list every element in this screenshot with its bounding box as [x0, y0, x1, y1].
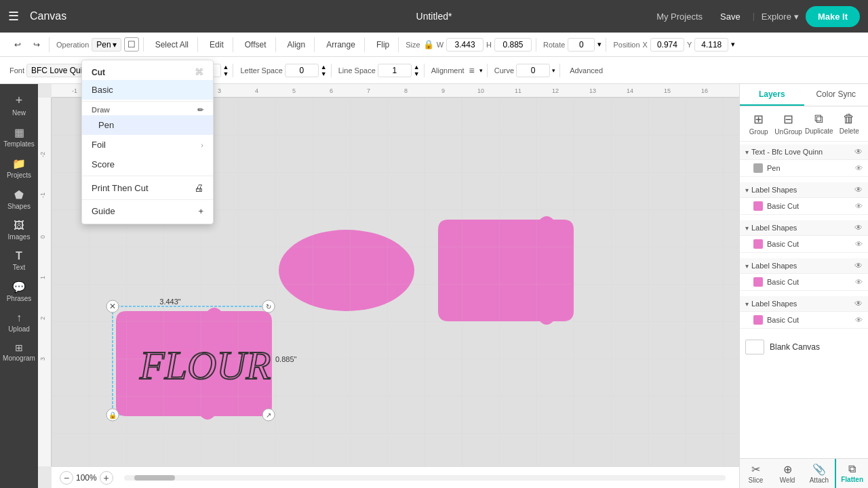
- score-item[interactable]: Score: [82, 155, 213, 174]
- svg-text:FLOUR: FLOUR: [139, 343, 271, 388]
- advanced-group: Advanced: [563, 65, 610, 76]
- sidebar-item-templates[interactable]: ▦ Templates: [3, 122, 35, 152]
- group-action[interactable]: ⊞ Group: [745, 112, 772, 136]
- oval-shape[interactable]: [279, 230, 414, 311]
- chevron-down-icon-3[interactable]: ▾: [745, 224, 749, 232]
- sidebar-item-upload[interactable]: ↑ Upload: [3, 308, 35, 337]
- draw-pen-item[interactable]: Pen: [82, 115, 213, 135]
- undo-redo-group: ↩ ↪: [5, 37, 50, 52]
- svg-text:0.885": 0.885": [275, 355, 297, 363]
- align-button[interactable]: Align: [283, 37, 311, 52]
- right-label-shape[interactable]: [438, 216, 574, 325]
- height-input[interactable]: [494, 38, 532, 52]
- sidebar-item-phrases[interactable]: 💬 Phrases: [3, 277, 35, 306]
- line-space-down-icon[interactable]: ▼: [414, 70, 420, 77]
- edit-button[interactable]: Edit: [205, 37, 229, 52]
- y-input[interactable]: [694, 38, 728, 52]
- arrange-group: Arrange: [317, 37, 365, 52]
- zoom-out-button[interactable]: −: [60, 471, 73, 485]
- font-size-up-icon[interactable]: ▲: [223, 64, 229, 70]
- lock-icon[interactable]: 🔒: [423, 39, 434, 49]
- line-space-up-icon[interactable]: ▲: [414, 64, 420, 70]
- sidebar-item-monogram[interactable]: ⊞ Monogram: [3, 338, 35, 366]
- layer-item-basiccut-4[interactable]: Basic Cut 👁: [740, 312, 868, 329]
- line-space-spinbox[interactable]: ▲ ▼: [414, 64, 420, 77]
- alignment-group: Alignment ≡ ▾: [427, 64, 488, 77]
- eye-icon[interactable]: 👁: [854, 147, 863, 157]
- print-then-cut-item[interactable]: Print Then Cut 🖨: [82, 178, 213, 198]
- layer-item-basiccut-3[interactable]: Basic Cut 👁: [740, 274, 868, 291]
- font-size-spinbox[interactable]: ▲ ▼: [223, 64, 229, 77]
- foil-item[interactable]: Foil ›: [82, 135, 213, 155]
- cut-basic-item[interactable]: Basic: [82, 80, 213, 100]
- chevron-down-icon-4[interactable]: ▾: [745, 262, 749, 270]
- basiccut3-eye-icon[interactable]: 👁: [855, 278, 863, 286]
- my-projects-button[interactable]: My Projects: [651, 9, 708, 24]
- letter-space-up-icon[interactable]: ▲: [321, 64, 327, 70]
- basiccut4-eye-icon[interactable]: 👁: [855, 316, 863, 324]
- operation-extra-button[interactable]: ☐: [124, 37, 139, 52]
- chevron-down-icon-2[interactable]: ▾: [745, 186, 749, 194]
- letter-space-down-icon[interactable]: ▼: [321, 70, 327, 77]
- sidebar-item-images[interactable]: 🖼 Images: [3, 216, 35, 245]
- operation-dropdown-trigger[interactable]: Pen ▾: [92, 38, 121, 52]
- select-all-button[interactable]: Select All: [151, 37, 193, 52]
- pen-eye-icon[interactable]: 👁: [855, 164, 863, 172]
- curve-input[interactable]: [516, 64, 550, 77]
- chevron-down-icon[interactable]: ▾: [745, 148, 749, 156]
- duplicate-action[interactable]: ⧉ Duplicate: [805, 112, 833, 136]
- sidebar-item-new[interactable]: + New: [3, 89, 35, 121]
- width-input[interactable]: [446, 38, 484, 52]
- undo-button[interactable]: ↩: [9, 37, 26, 52]
- eye-icon-5[interactable]: 👁: [854, 299, 863, 308]
- sidebar-item-projects[interactable]: 📁 Projects: [3, 153, 35, 183]
- blank-canvas-item[interactable]: Blank Canvas: [740, 334, 868, 360]
- tab-color-sync[interactable]: Color Sync: [804, 84, 869, 106]
- scrollbar-thumb[interactable]: [134, 475, 175, 481]
- basiccut2-eye-icon[interactable]: 👁: [855, 240, 863, 248]
- flatten-tab[interactable]: ⧉ Flatten: [835, 459, 868, 488]
- rotate-input[interactable]: [568, 38, 595, 52]
- attach-tab[interactable]: 📎 Attach: [804, 459, 835, 488]
- offset-button[interactable]: Offset: [240, 37, 271, 52]
- eye-icon-4[interactable]: 👁: [854, 261, 863, 270]
- redo-button[interactable]: ↪: [28, 37, 45, 52]
- ungroup-action[interactable]: ⊟ UnGroup: [774, 112, 802, 136]
- svg-text:✕: ✕: [109, 302, 116, 311]
- sidebar-item-text[interactable]: T Text: [3, 246, 35, 275]
- font-size-down-icon[interactable]: ▼: [223, 70, 229, 77]
- pen-color-swatch: [753, 163, 763, 173]
- tab-layers[interactable]: Layers: [740, 84, 804, 106]
- draw-section-title: Draw ✏: [82, 103, 213, 115]
- arrange-button[interactable]: Arrange: [321, 37, 360, 52]
- line-space-input[interactable]: [378, 64, 412, 77]
- guide-label: Guide: [92, 206, 115, 216]
- align-left-button[interactable]: ≡: [467, 64, 477, 77]
- layer-item-basiccut-2[interactable]: Basic Cut 👁: [740, 236, 868, 253]
- layer-item-basiccut-1[interactable]: Basic Cut 👁: [740, 198, 868, 215]
- delete-action[interactable]: 🗑 Delete: [836, 112, 863, 136]
- explore-button[interactable]: Explore ▾: [762, 12, 799, 22]
- hamburger-icon[interactable]: ☰: [8, 9, 19, 24]
- advanced-button[interactable]: Advanced: [567, 65, 606, 76]
- x-input[interactable]: [650, 38, 684, 52]
- letter-space-spinbox[interactable]: ▲ ▼: [321, 64, 327, 77]
- save-button[interactable]: Save: [715, 9, 746, 24]
- alignment-label: Alignment: [431, 66, 465, 75]
- upload-icon: ↑: [16, 312, 22, 324]
- chevron-down-icon-5[interactable]: ▾: [745, 300, 749, 308]
- zoom-in-button[interactable]: +: [100, 471, 113, 485]
- slice-tab[interactable]: ✂ Slice: [740, 459, 772, 488]
- weld-tab[interactable]: ⊕ Weld: [772, 459, 804, 488]
- layer-item-pen[interactable]: Pen 👁: [740, 160, 868, 177]
- basiccut1-eye-icon[interactable]: 👁: [855, 202, 863, 210]
- flip-button[interactable]: Flip: [372, 37, 394, 52]
- make-it-button[interactable]: Make It: [806, 6, 860, 27]
- eye-icon-3[interactable]: 👁: [854, 223, 863, 232]
- letter-space-input[interactable]: [285, 64, 319, 77]
- guide-item[interactable]: Guide +: [82, 201, 213, 221]
- sidebar-item-shapes[interactable]: ⬟ Shapes: [3, 184, 35, 214]
- svg-text:4: 4: [255, 87, 258, 94]
- eye-icon-2[interactable]: 👁: [854, 185, 863, 195]
- selected-shape-group[interactable]: FLOUR 3.443" 0.885" ✕ ↻ 🔒: [106, 298, 297, 421]
